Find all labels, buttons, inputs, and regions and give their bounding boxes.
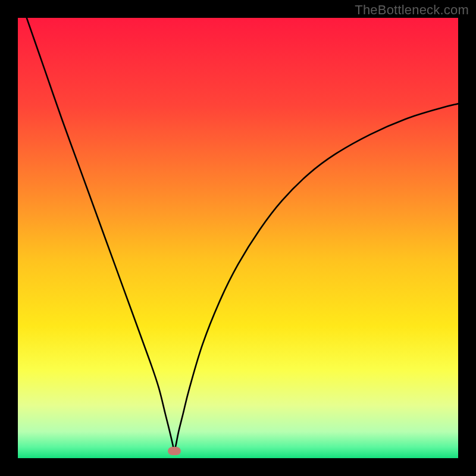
bottleneck-curve: [27, 18, 458, 451]
plot-area: [18, 18, 458, 458]
curve-layer: [18, 18, 458, 458]
chart-frame: TheBottleneck.com: [0, 0, 476, 476]
minimum-marker: [168, 447, 181, 455]
watermark-text: TheBottleneck.com: [355, 2, 469, 18]
